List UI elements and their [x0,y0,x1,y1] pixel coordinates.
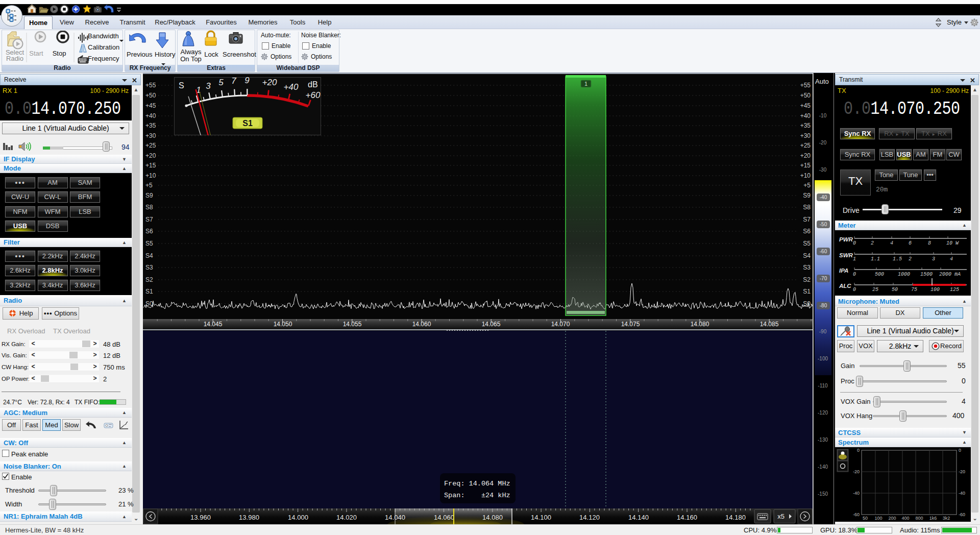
svg-text:+25: +25 [145,142,156,149]
svg-text:+25: +25 [800,142,811,149]
svg-text:S1: S1 [803,288,811,295]
svg-text:4: 4 [890,240,893,246]
svg-text:S2: S2 [145,276,153,283]
svg-text:1.5: 1.5 [893,256,902,262]
svg-text:+55: +55 [145,82,156,89]
svg-text:S1: S1 [242,119,253,128]
svg-text:100: 100 [874,516,882,521]
svg-text:14.065: 14.065 [482,321,501,328]
svg-text:+40: +40 [145,112,156,119]
svg-text:1: 1 [584,81,587,87]
svg-text:14.075: 14.075 [621,321,640,328]
svg-text:dB: dB [308,80,318,89]
svg-text:3k2: 3k2 [943,516,950,521]
svg-text:ALC: ALC [839,283,851,289]
svg-text:0: 0 [857,448,860,453]
svg-text:S6: S6 [145,228,153,235]
svg-text:+50: +50 [145,92,156,99]
svg-text:1: 1 [853,256,856,262]
svg-text:S6: S6 [803,228,811,235]
svg-text:14.060: 14.060 [412,321,431,328]
svg-text:SWR: SWR [839,252,853,258]
svg-text:14.055: 14.055 [343,321,362,328]
svg-text:S4: S4 [803,252,811,259]
svg-text:14.160: 14.160 [677,514,697,521]
svg-text:14.140: 14.140 [628,514,649,521]
svg-text:+35: +35 [145,122,156,129]
svg-text:S8: S8 [145,204,153,211]
svg-text:-40: -40 [959,491,965,496]
svg-text:+45: +45 [145,102,156,109]
svg-text:+30: +30 [800,132,811,139]
svg-text:14.070: 14.070 [551,321,570,328]
svg-text:3: 3 [932,256,935,262]
svg-text:+20: +20 [145,152,156,159]
svg-text:-60: -60 [959,512,965,517]
svg-text:2: 2 [909,256,912,262]
svg-text:+5: +5 [803,182,811,189]
svg-text:S: S [179,81,184,90]
svg-text:50: 50 [863,516,868,521]
svg-text:+5: +5 [145,182,153,189]
svg-text:500: 500 [875,272,884,277]
svg-text:S2: S2 [803,276,811,283]
svg-text:+55: +55 [800,82,811,89]
svg-text:14.060: 14.060 [434,514,454,521]
svg-text:S8: S8 [803,204,811,211]
svg-text:x5: x5 [777,513,785,520]
svg-text:+15: +15 [145,162,156,169]
svg-text:1.1: 1.1 [871,256,880,262]
svg-text:10 W: 10 W [946,240,959,246]
svg-text:+40: +40 [800,112,811,119]
svg-text:-20: -20 [959,469,965,474]
svg-text:14.020: 14.020 [336,514,357,521]
svg-text:1k6: 1k6 [929,516,937,521]
svg-text:S3: S3 [803,264,811,271]
svg-text:200: 200 [888,516,896,521]
svg-text:-40: -40 [853,491,860,496]
svg-text:14.120: 14.120 [579,514,600,521]
svg-text:-20: -20 [853,469,860,474]
svg-text:0: 0 [853,240,856,246]
svg-text:+45: +45 [800,102,811,109]
svg-text:800: 800 [915,516,923,521]
svg-text:13.960: 13.960 [190,514,211,521]
svg-text:S4: S4 [145,252,153,259]
svg-text:50: 50 [892,287,898,293]
svg-text:S7: S7 [803,216,811,223]
svg-text:5: 5 [218,78,224,87]
svg-text:PWR: PWR [839,236,853,242]
svg-text:14.080: 14.080 [691,321,709,328]
svg-text:+15: +15 [800,162,811,169]
svg-text:75: 75 [911,287,917,293]
svg-text:2: 2 [871,240,874,246]
svg-text:S9: S9 [145,192,153,199]
svg-text:+35: +35 [800,122,811,129]
svg-text:0: 0 [853,287,856,293]
svg-text:100: 100 [930,287,940,293]
svg-text:S5: S5 [145,240,153,247]
svg-text:0: 0 [959,448,961,453]
svg-text:7: 7 [231,77,236,86]
svg-text:400: 400 [901,516,909,521]
svg-text:S0: S0 [145,300,153,307]
svg-text:S3: S3 [145,264,153,271]
svg-text:0: 0 [853,272,856,277]
svg-text:14.100: 14.100 [531,514,551,521]
svg-text:14.180: 14.180 [725,514,746,521]
svg-text:2000 mA: 2000 mA [939,272,961,277]
svg-text:+60: +60 [306,90,321,100]
svg-text:S5: S5 [803,240,811,247]
svg-text:+10: +10 [800,172,811,179]
svg-text:+50: +50 [800,92,811,99]
svg-text:125: 125 [950,287,959,293]
svg-text:Style: Style [947,18,962,26]
svg-text:4: 4 [950,256,953,262]
svg-text:+40: +40 [284,82,299,92]
svg-text:14.045: 14.045 [204,321,223,328]
svg-text:S0: S0 [803,300,811,307]
svg-text:9: 9 [244,77,250,85]
svg-text:3: 3 [206,81,211,91]
svg-text:14.050: 14.050 [274,321,292,328]
svg-text:S9: S9 [803,192,811,199]
